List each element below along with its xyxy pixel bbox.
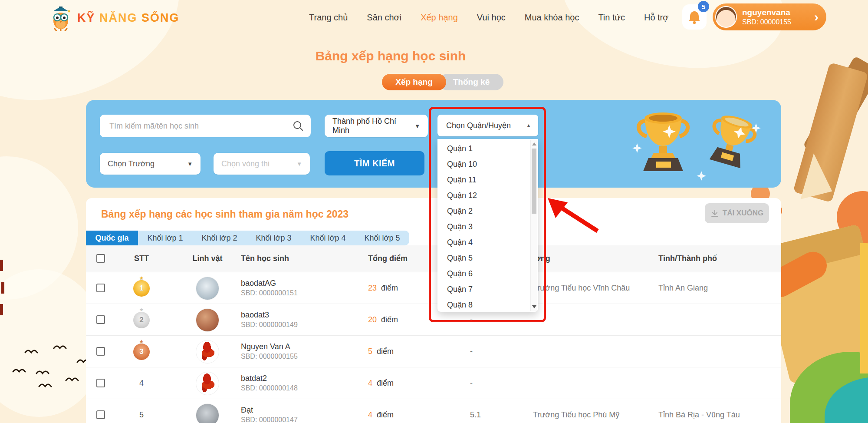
district-dropdown-list: Quận 1Quận 10Quận 11Quận 12Quận 2Quận 3Q…: [437, 139, 538, 312]
class-tab[interactable]: Khối lớp 3: [247, 231, 301, 245]
city-select[interactable]: Thành phố Hồ Chí Minh ▼: [325, 115, 428, 137]
scroll-up-icon[interactable]: [532, 142, 536, 145]
search-icon[interactable]: [293, 120, 304, 132]
district-option[interactable]: Quận 5: [437, 250, 538, 266]
district-option[interactable]: Quận 4: [437, 235, 538, 250]
column-stt: STT: [128, 254, 155, 263]
rank-medal: 1: [133, 280, 150, 297]
province: Tỉnh Bà Rịa - Vũng Tàu: [658, 410, 740, 420]
table-body: 1 baodatAG SBD: 0000000151 23 điểm Trườn…: [86, 272, 781, 423]
search-input[interactable]: [100, 115, 311, 137]
board-heading: Bảng xếp hạng các học sinh tham gia năm …: [101, 208, 349, 220]
district-option[interactable]: Quận 11: [437, 172, 538, 188]
scroll-down-icon[interactable]: [532, 305, 536, 308]
average-score: -: [470, 347, 473, 356]
logo[interactable]: KỸ NĂNG SỐNG: [49, 4, 180, 31]
nav-item-3[interactable]: Vui học: [477, 13, 506, 23]
nav-item-4[interactable]: Mua khóa học: [525, 13, 579, 23]
row-checkbox[interactable]: [96, 347, 105, 356]
row-checkbox[interactable]: [96, 315, 105, 324]
yellow-strip-decoration: [860, 243, 868, 373]
user-account-button[interactable]: nguyenvana SBD: 00000155 ›: [713, 3, 826, 30]
score-unit: điểm: [381, 284, 398, 292]
red-mark-decoration: [0, 260, 3, 271]
caret-up-icon: ▲: [526, 122, 531, 129]
row-checkbox[interactable]: [96, 410, 105, 419]
search-button[interactable]: TÌM KIẾM: [325, 151, 424, 175]
district-option[interactable]: Quận 10: [437, 156, 538, 172]
notification-bell-button[interactable]: 5: [682, 4, 707, 30]
rank-medal: 4: [133, 375, 150, 392]
page-root: KỸ NĂNG SỐNG Trang chủSân chơiXếp hạngVu…: [0, 0, 868, 423]
avatar: [196, 372, 219, 395]
nav-item-6[interactable]: Hỗ trợ: [644, 13, 668, 23]
avatar: [196, 403, 219, 423]
rank-medal: 3: [133, 344, 150, 360]
rank-number: 1: [139, 284, 143, 293]
total-score: 4 điểm: [368, 379, 394, 388]
class-tab[interactable]: Khối lớp 4: [301, 231, 355, 245]
round-select[interactable]: Chọn vòng thi ▼: [214, 153, 310, 175]
district-option[interactable]: Quận 8: [437, 297, 538, 313]
district-option[interactable]: Quận 1: [437, 141, 538, 156]
rank-number: 5: [139, 410, 144, 420]
round-select-placeholder: Chọn vòng thi: [221, 159, 270, 169]
caret-down-icon: ▼: [296, 161, 302, 167]
tab-ranking[interactable]: Xếp hạng: [382, 74, 446, 90]
school: Trường Tiểu học Vĩnh Châu: [533, 284, 630, 293]
notification-count-badge: 5: [698, 1, 709, 12]
rank-medal: 2: [133, 312, 150, 328]
column-mascot: Linh vật: [190, 254, 225, 263]
score-value: 4: [368, 410, 372, 419]
student-sbd: SBD: 0000000148: [241, 383, 298, 393]
nav-item-2[interactable]: Xếp hạng: [421, 13, 458, 23]
table-row: 3 Nguyen Van A SBD: 0000000155 5 điểm -: [86, 336, 781, 367]
column-name: Tên học sinh: [241, 254, 289, 263]
district-option[interactable]: Quận 12: [437, 188, 538, 203]
rank-number: 4: [139, 379, 144, 388]
total-score: 5 điểm: [368, 347, 394, 356]
city-select-value: Thành phố Hồ Chí Minh: [332, 117, 414, 135]
avatar: [196, 277, 219, 300]
scrollbar-thumb[interactable]: [532, 149, 536, 214]
rank-medal: 5: [133, 407, 150, 423]
class-tab[interactable]: Khối lớp 2: [192, 231, 247, 245]
brand-name: KỸ NĂNG SỐNG: [77, 11, 180, 25]
class-tab[interactable]: Khối lớp 1: [138, 231, 192, 245]
district-option[interactable]: Quận 3: [437, 219, 538, 235]
class-tab[interactable]: Quốc gia: [86, 231, 138, 245]
score-value: 23: [368, 284, 377, 292]
chevron-right-icon: ›: [814, 10, 819, 23]
trophies-illustration: [632, 106, 766, 184]
district-select[interactable]: Chọn Quận/Huyện ▲: [437, 115, 538, 136]
nav-item-0[interactable]: Trang chủ: [309, 13, 348, 23]
tab-statistics[interactable]: Thống kê: [439, 74, 503, 90]
total-score: 23 điểm: [368, 284, 398, 293]
school: Trường Tiểu học Phú Mỹ: [533, 410, 619, 420]
nav-item-1[interactable]: Sân chơi: [367, 13, 401, 23]
average-score: -: [470, 379, 473, 388]
leaderboard-card: Bảng xếp hạng các học sinh tham gia năm …: [86, 198, 781, 423]
download-button[interactable]: TẢI XUỐNG: [705, 203, 769, 223]
student-sbd: SBD: 0000000155: [241, 352, 298, 361]
scrollbar[interactable]: [530, 140, 537, 311]
district-option[interactable]: Quận 7: [437, 281, 538, 297]
district-option[interactable]: Quận 2: [437, 203, 538, 219]
total-score: 20 điểm: [368, 315, 398, 324]
student-name: Đạt: [241, 405, 298, 415]
column-province: Tỉnh/Thành phố: [658, 254, 717, 263]
score-unit: điểm: [381, 315, 398, 324]
owl-logo-icon: [49, 4, 73, 31]
row-checkbox[interactable]: [96, 284, 105, 292]
view-tabs: Xếp hạng Thống kê: [382, 74, 503, 90]
select-all-checkbox[interactable]: [96, 254, 105, 263]
class-tab[interactable]: Khối lớp 5: [355, 231, 409, 245]
student-name: Nguyen Van A: [241, 341, 298, 352]
nav-item-5[interactable]: Tin tức: [598, 13, 625, 23]
score-value: 5: [368, 347, 372, 356]
district-option[interactable]: Quận 6: [437, 266, 538, 281]
nav-menu: Trang chủSân chơiXếp hạngVui họcMua khóa…: [309, 0, 668, 35]
row-checkbox[interactable]: [96, 379, 105, 387]
school-select[interactable]: Chọn Trường ▼: [100, 153, 201, 175]
score-unit: điểm: [377, 410, 394, 419]
